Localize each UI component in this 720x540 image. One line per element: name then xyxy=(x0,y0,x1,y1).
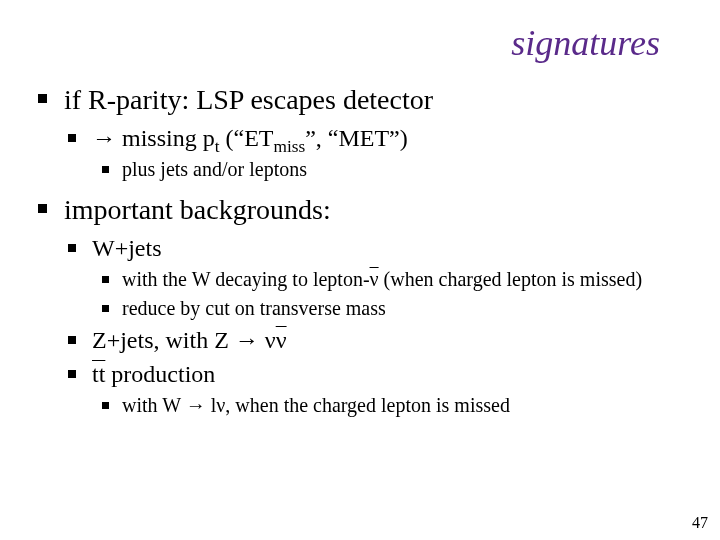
bullet-icon xyxy=(102,166,109,173)
tt-bar: tt xyxy=(92,361,105,387)
bullet-icon xyxy=(38,94,47,103)
bullet-l2-ttbar: tt production xyxy=(68,359,682,389)
text: reduce by cut on transverse mass xyxy=(122,297,386,319)
bullet-icon xyxy=(38,204,47,213)
nu-bar: ν xyxy=(370,268,379,290)
bullet-l2-missing-pt: → missing pt (“ETmiss”, “MET”) xyxy=(68,123,682,153)
bullet-icon xyxy=(68,336,76,344)
text: W+jets xyxy=(92,235,162,261)
frag: → missing p xyxy=(92,125,215,151)
slide-title: signatures xyxy=(511,22,660,64)
text: with the W decaying to lepton-ν (when ch… xyxy=(122,268,642,290)
bullet-icon xyxy=(68,134,76,142)
frag: Z+jets, with Z → ν xyxy=(92,327,276,353)
bullet-l1-rparity: if R-parity: LSP escapes detector xyxy=(38,82,682,117)
text: with W → lν, when the charged lepton is … xyxy=(122,394,510,416)
bullet-l1-backgrounds: important backgrounds: xyxy=(38,192,682,227)
bullet-icon xyxy=(102,402,109,409)
frag: production xyxy=(105,361,215,387)
text: Z+jets, with Z → νν xyxy=(92,327,287,353)
slide: signatures if R-parity: LSP escapes dete… xyxy=(0,0,720,540)
text: tt production xyxy=(92,361,215,387)
slide-content: if R-parity: LSP escapes detector → miss… xyxy=(38,82,682,422)
bullet-icon xyxy=(68,244,76,252)
text: → missing pt (“ETmiss”, “MET”) xyxy=(92,125,408,151)
text: plus jets and/or leptons xyxy=(122,158,307,180)
text: important backgrounds: xyxy=(64,194,331,225)
bullet-l3-w-lnu: with W → lν, when the charged lepton is … xyxy=(102,393,682,418)
bullet-l3-plus-jets: plus jets and/or leptons xyxy=(102,157,682,182)
page-number: 47 xyxy=(692,514,708,532)
nu-bar: ν xyxy=(276,327,287,353)
bullet-l2-zjets: Z+jets, with Z → νν xyxy=(68,325,682,355)
bullet-l2-wjets: W+jets xyxy=(68,233,682,263)
bullet-l3-reduce-cut: reduce by cut on transverse mass xyxy=(102,296,682,321)
frag: (when charged lepton is missed) xyxy=(379,268,642,290)
subscript: miss xyxy=(273,137,305,156)
bullet-icon xyxy=(102,305,109,312)
frag: ”, “MET”) xyxy=(305,125,408,151)
bullet-l3-w-decay: with the W decaying to lepton-ν (when ch… xyxy=(102,267,682,292)
text: if R-parity: LSP escapes detector xyxy=(64,84,433,115)
frag: (“ET xyxy=(220,125,274,151)
frag: with the W decaying to lepton- xyxy=(122,268,370,290)
bullet-icon xyxy=(68,370,76,378)
bullet-icon xyxy=(102,276,109,283)
